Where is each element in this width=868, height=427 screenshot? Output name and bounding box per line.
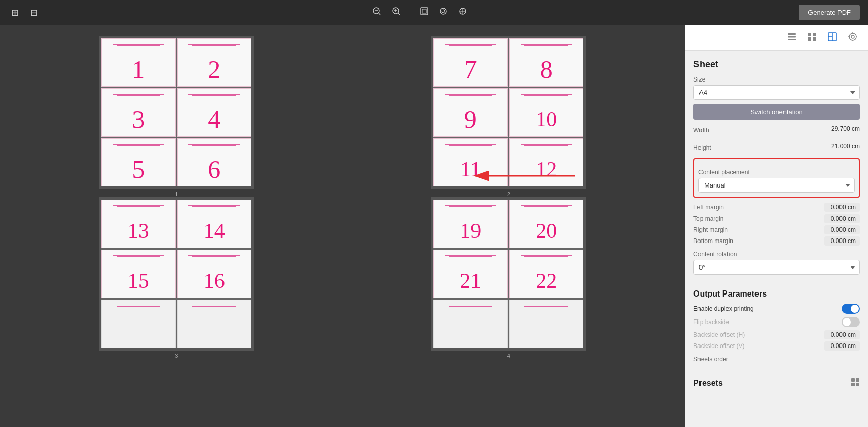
output-params-title: Output Parameters [693,289,860,299]
svg-rect-20 [813,33,816,36]
bottom-margin-row: Bottom margin 0.000 cm [693,236,860,246]
sheet-label-4: 4 [507,353,510,359]
card-7: 7 [433,38,508,87]
sheet-wrapper-4: 19 20 21 22 [343,197,675,359]
right-panel: Sheet Size A4 A3 Letter Switch orientati… [685,25,868,427]
height-label: Height [693,144,711,151]
card-5: 5 [101,138,176,186]
zoom-out-icon[interactable] [369,5,384,20]
card-4: 4 [177,88,251,137]
card-2: 2 [177,38,251,87]
svg-rect-8 [422,9,426,13]
card-16: 16 [177,250,251,298]
svg-point-27 [851,35,854,38]
width-value: 29.700 cm [831,125,860,132]
sheet-2: 7 8 9 10 11 [431,36,586,189]
top-margin-value: 0.000 cm [824,214,860,223]
cards-grid-1: 1 2 3 4 5 [101,38,251,186]
content-placement-select[interactable]: Manual Auto Fit [698,178,855,193]
svg-line-6 [398,13,400,15]
left-margin-value: 0.000 cm [824,203,860,212]
enable-duplex-toggle[interactable] [842,304,860,314]
card-9: 9 [433,88,508,137]
right-margin-label: Right margin [693,226,728,233]
card-number-16: 16 [204,269,225,293]
card-number-7: 7 [464,55,477,84]
card-number-9: 9 [464,104,477,134]
sheets-order-label: Sheets order [693,356,729,363]
svg-rect-32 [851,378,855,382]
card-number-12: 12 [536,157,557,181]
panel-icon-layers[interactable] [785,30,799,46]
content-rotation-label: Content rotation [693,251,860,258]
card-21: 21 [433,250,508,298]
presets-label: Presets [693,379,723,388]
toolbar: ⊞ ⊟ Generate PDF [0,0,868,25]
card-number-19: 19 [460,219,481,243]
card-20: 20 [509,200,583,248]
enable-duplex-row: Enable duplex printing [693,304,860,314]
svg-point-9 [440,8,446,14]
toolbar-center [47,5,793,20]
card-14: 14 [177,200,251,248]
backside-offset-v-value: 0.000 cm [824,341,860,351]
card-empty-1 [101,300,176,348]
sheet-4: 19 20 21 22 [431,197,586,351]
presets-grid-icon[interactable] [851,378,860,389]
svg-rect-16 [788,33,796,35]
card-empty-4 [509,300,583,348]
zoom-in-icon[interactable] [388,5,404,20]
fit-icon[interactable] [416,5,432,20]
layout-icon-1[interactable]: ⊞ [8,5,22,20]
card-number-10: 10 [536,107,557,131]
svg-rect-19 [808,33,811,36]
width-row: Width 29.700 cm [693,122,860,136]
svg-rect-18 [788,39,796,40]
size-select[interactable]: A4 A3 Letter [693,85,860,100]
card-number-3: 3 [132,104,145,134]
card-number-21: 21 [460,269,481,293]
card-12: 12 [509,138,583,186]
content-placement-box: Content placement Manual Auto Fit [693,158,860,198]
bottom-margin-label: Bottom margin [693,237,733,245]
panel-icon-target[interactable] [846,30,860,46]
card-8: 8 [509,38,583,87]
panel-top-icons [685,25,868,51]
top-margin-label: Top margin [693,215,723,222]
top-margin-row: Top margin 0.000 cm [693,214,860,223]
canvas-area: 1 2 3 4 5 [0,25,685,427]
svg-rect-35 [856,383,859,386]
svg-rect-33 [856,378,859,382]
svg-point-26 [849,33,856,40]
sheet-section-title: Sheet [693,59,860,70]
panel-icon-layout[interactable] [825,30,839,46]
main-layout: 1 2 3 4 5 [0,25,868,427]
fit-all-icon[interactable] [455,5,470,20]
content-rotation-select[interactable]: 0° 90° 180° 270° [693,260,860,275]
sheet-label-3: 3 [175,353,178,359]
switch-orientation-button[interactable]: Switch orientation [693,104,860,120]
sheet-wrapper-3: 13 14 15 16 [10,197,343,359]
size-label: Size [693,76,860,83]
fit-page-icon[interactable] [436,5,451,20]
generate-pdf-button[interactable]: Generate PDF [799,5,860,20]
flip-backside-toggle[interactable] [842,317,860,327]
left-margin-label: Left margin [693,204,724,211]
svg-rect-17 [788,36,796,38]
panel-body: Sheet Size A4 A3 Letter Switch orientati… [685,51,868,427]
bottom-margin-value: 0.000 cm [824,236,860,246]
card-22: 22 [509,250,583,298]
sheets-order-row: Sheets order [693,356,860,363]
content-placement-label: Content placement [698,169,855,176]
panel-icon-grid[interactable] [805,30,819,46]
card-number-2: 2 [208,55,220,84]
height-value: 21.000 cm [831,143,860,150]
cards-grid-3: 13 14 15 16 [101,200,251,348]
enable-duplex-label: Enable duplex printing [693,305,754,312]
presets-row: Presets [693,378,860,389]
card-19: 19 [433,200,508,248]
backside-offset-v-label: Backside offset (V) [693,342,745,350]
layout-icon-2[interactable]: ⊟ [27,5,41,20]
sheet-label-1: 1 [175,191,178,197]
svg-rect-22 [813,37,816,41]
